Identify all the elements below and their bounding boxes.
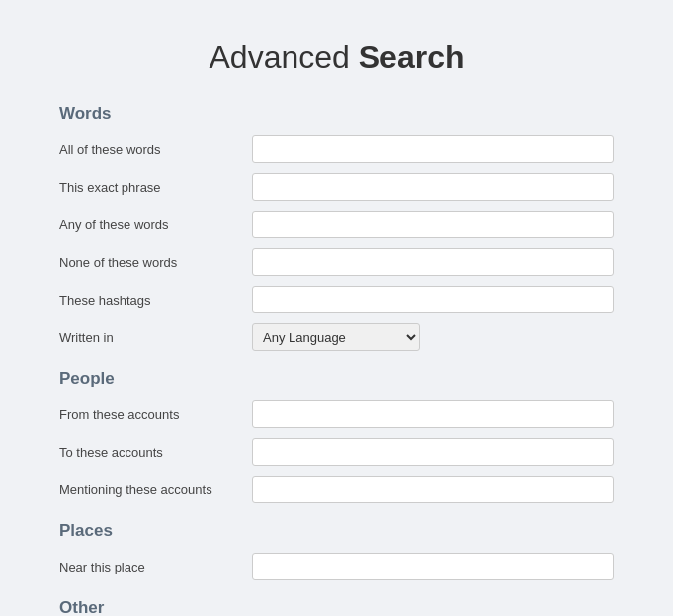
mentioning-accounts-label: Mentioning these accounts	[59, 483, 252, 497]
near-place-input[interactable]	[252, 553, 614, 580]
exact-phrase-row: This exact phrase	[59, 173, 614, 201]
hashtags-row: These hashtags	[59, 286, 614, 313]
to-accounts-input[interactable]	[252, 438, 614, 466]
from-accounts-row: From these accounts	[59, 400, 614, 428]
exact-phrase-label: This exact phrase	[59, 180, 252, 195]
words-heading: Words	[59, 104, 614, 124]
places-heading: Places	[59, 521, 614, 541]
all-words-row: All of these words	[59, 135, 614, 163]
to-accounts-label: To these accounts	[59, 445, 252, 460]
mentioning-accounts-input[interactable]	[252, 476, 614, 503]
page-container: Advanced Search Words All of these words…	[20, 20, 653, 616]
any-words-label: Any of these words	[59, 218, 252, 232]
none-words-label: None of these words	[59, 255, 252, 270]
from-accounts-input[interactable]	[252, 400, 614, 428]
none-words-input[interactable]	[252, 248, 614, 276]
all-words-input[interactable]	[252, 135, 614, 163]
language-select[interactable]: Any Language English Spanish French Germ…	[252, 323, 420, 351]
other-heading: Other	[59, 598, 614, 616]
none-words-row: None of these words	[59, 248, 614, 276]
page-title: Advanced Search	[59, 40, 614, 76]
to-accounts-row: To these accounts	[59, 438, 614, 466]
from-accounts-label: From these accounts	[59, 407, 252, 422]
words-section: Words All of these words This exact phra…	[59, 104, 614, 351]
any-words-input[interactable]	[252, 211, 614, 238]
language-row: Written in Any Language English Spanish …	[59, 323, 614, 351]
other-section: Other Select: Positive :) Negative :( Qu…	[59, 598, 614, 616]
any-words-row: Any of these words	[59, 211, 614, 238]
near-place-label: Near this place	[59, 560, 252, 574]
near-place-row: Near this place	[59, 553, 614, 580]
hashtags-label: These hashtags	[59, 293, 252, 308]
places-section: Places Near this place	[59, 521, 614, 580]
mentioning-accounts-row: Mentioning these accounts	[59, 476, 614, 503]
all-words-label: All of these words	[59, 142, 252, 157]
language-label: Written in	[59, 330, 252, 345]
exact-phrase-input[interactable]	[252, 173, 614, 201]
hashtags-input[interactable]	[252, 286, 614, 313]
people-section: People From these accounts To these acco…	[59, 369, 614, 503]
people-heading: People	[59, 369, 614, 389]
